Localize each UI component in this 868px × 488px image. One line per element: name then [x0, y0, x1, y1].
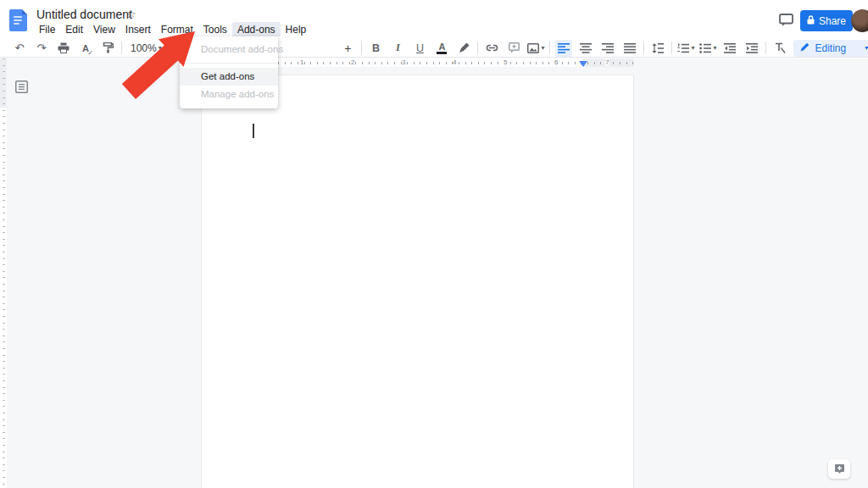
underline-icon[interactable]: U	[411, 40, 428, 57]
toolbar: ↶ ↷ A ✓ 100% ▾ Normal ▾ + B I U A	[0, 39, 868, 58]
menu-addons[interactable]: Add-ons	[232, 22, 281, 37]
show-document-outline-icon[interactable]	[14, 79, 29, 94]
lock-icon	[807, 15, 815, 27]
chevron-down-icon: ▾	[713, 44, 716, 52]
ruler-mark: 3	[402, 58, 405, 66]
highlight-color-icon[interactable]	[455, 40, 472, 57]
undo-icon[interactable]: ↶	[11, 40, 28, 57]
share-button[interactable]: Share	[800, 10, 853, 31]
menu-insert[interactable]: Insert	[120, 22, 156, 37]
menu-item-get-addons[interactable]: Get add-ons	[180, 68, 278, 86]
text-cursor	[253, 124, 254, 138]
chevron-down-icon: ▾	[691, 44, 694, 52]
addons-dropdown-menu: Document add-ons Get add-ons Manage add-…	[180, 36, 278, 108]
google-docs-logo-icon[interactable]	[9, 9, 27, 31]
editing-mode-button[interactable]: Editing ▾	[793, 40, 868, 57]
paint-format-icon[interactable]	[99, 40, 116, 57]
insert-link-icon[interactable]	[483, 40, 500, 57]
print-icon[interactable]	[55, 40, 72, 57]
clear-formatting-icon[interactable]	[771, 40, 788, 57]
insert-image-icon[interactable]: ▾	[527, 40, 544, 57]
ruler-mark: 1	[300, 58, 303, 66]
chevron-down-icon: ▾	[159, 44, 162, 52]
menu-bar: File Edit View Insert Format Tools Add-o…	[34, 22, 311, 37]
menu-file[interactable]: File	[34, 22, 60, 37]
numbered-list-icon[interactable]: ▾	[677, 40, 694, 57]
document-title[interactable]: Untitled document	[36, 8, 132, 21]
chevron-down-icon: ▾	[865, 44, 868, 52]
open-comments-icon[interactable]	[779, 14, 793, 27]
document-page[interactable]	[201, 75, 634, 488]
decrease-indent-icon[interactable]	[721, 40, 738, 57]
spell-check-icon[interactable]: A ✓	[77, 40, 94, 57]
account-avatar[interactable]	[851, 9, 868, 32]
explore-button[interactable]	[828, 459, 850, 479]
align-justify-icon[interactable]	[621, 40, 638, 57]
align-center-icon[interactable]	[577, 40, 594, 57]
vertical-ruler	[0, 58, 7, 488]
align-left-icon[interactable]	[555, 40, 572, 57]
editing-label: Editing	[815, 42, 846, 54]
menu-help[interactable]: Help	[281, 22, 312, 37]
text-color-icon[interactable]: A	[433, 40, 450, 57]
document-workspace: 1 2 3 4 5 6 7	[0, 58, 868, 488]
menu-item-document-addons: Document add-ons	[180, 41, 278, 58]
increase-indent-icon[interactable]	[743, 40, 760, 57]
chevron-down-icon: ▾	[541, 44, 544, 52]
pencil-icon	[800, 42, 810, 54]
right-indent-marker[interactable]	[579, 61, 587, 67]
bulleted-list-icon[interactable]: ▾	[699, 40, 716, 57]
menu-edit[interactable]: Edit	[60, 22, 88, 37]
ruler-mark: 5	[504, 58, 507, 66]
bold-icon[interactable]: B	[367, 40, 384, 57]
ruler-mark: 2	[351, 58, 354, 66]
redo-icon[interactable]: ↷	[33, 40, 50, 57]
menu-tools[interactable]: Tools	[198, 22, 232, 37]
ruler-mark: 4	[453, 58, 456, 66]
font-size-increase-icon[interactable]: +	[339, 40, 356, 57]
star-icon[interactable]: ☆	[126, 8, 136, 20]
line-spacing-icon[interactable]	[649, 40, 666, 57]
ruler-mark: 7	[605, 58, 609, 66]
menu-view[interactable]: View	[88, 22, 120, 37]
share-label: Share	[819, 15, 846, 27]
zoom-select[interactable]: 100% ▾	[127, 40, 165, 57]
italic-icon[interactable]: I	[389, 40, 406, 57]
app-header: Untitled document ☆ File Edit View Inser…	[0, 0, 868, 39]
align-right-icon[interactable]	[599, 40, 616, 57]
ruler-mark: 6	[554, 58, 558, 66]
menu-format[interactable]: Format	[156, 22, 198, 37]
add-comment-icon[interactable]	[505, 40, 522, 57]
menu-divider	[180, 63, 278, 64]
menu-item-manage-addons: Manage add-ons	[180, 86, 278, 103]
